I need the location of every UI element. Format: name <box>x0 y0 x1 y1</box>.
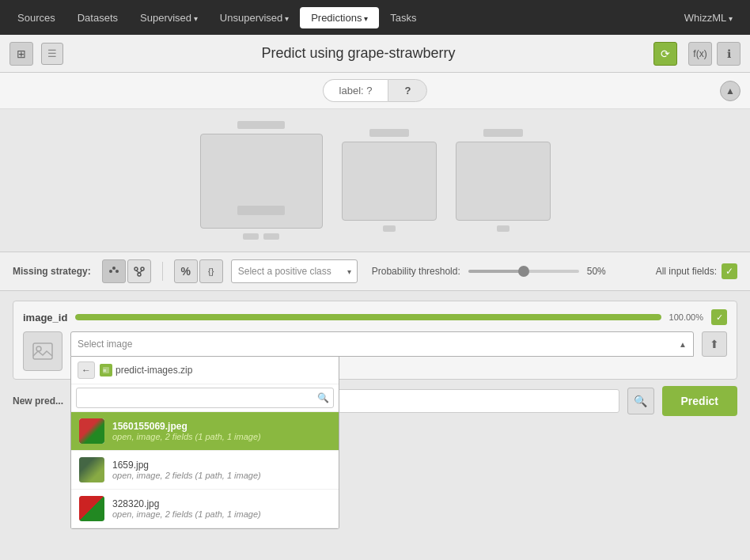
predict-button[interactable]: Predict <box>662 386 737 416</box>
label-value: ? <box>388 79 427 102</box>
probability-slider[interactable] <box>468 270 579 273</box>
item-thumb-0 <box>79 418 104 444</box>
visualization-area <box>0 109 750 252</box>
svg-line-7 <box>136 271 139 273</box>
field-row-image-id: image_id 100.00% ✓ Sel <box>13 301 737 380</box>
zip-icon: ≡ <box>100 364 112 376</box>
strawberry-thumbnail <box>79 418 104 444</box>
dropdown-item-0[interactable]: 1560155069.jpeg open, image, 2 fields (1… <box>71 412 339 451</box>
all-input-checkbox[interactable]: ✓ <box>722 263 737 279</box>
item-info-0: 1560155069.jpeg open, image, 2 fields (1… <box>112 421 331 441</box>
content-area: image_id 100.00% ✓ Sel <box>0 291 750 560</box>
positive-class-wrapper: Select a positive class <box>231 259 358 283</box>
main-area: ⊞ ☰ Predict using grape-strawberry ⟳ f(x… <box>0 35 750 560</box>
item-name-2: 328320.jpg <box>112 498 331 509</box>
formula-icon[interactable]: f(x) <box>688 42 712 66</box>
nav-supervised[interactable]: Supervised <box>129 4 209 32</box>
viz-card-3 <box>456 142 551 221</box>
svg-point-5 <box>141 267 144 271</box>
field-checkbox[interactable]: ✓ <box>711 309 727 325</box>
dropdown-item-2[interactable]: 328320.jpg open, image, 2 fields (1 path… <box>71 490 339 528</box>
svg-point-1 <box>112 267 116 270</box>
threshold-btn-1[interactable]: % <box>174 259 198 283</box>
document-icon: ☰ <box>41 43 63 65</box>
viz-card-2 <box>342 142 437 221</box>
image-dropdown-container: Select image ▲ ← ≡ <box>70 331 694 357</box>
item-thumbnail-2 <box>79 496 104 521</box>
item-info-1: 1659.jpg open, image, 2 fields (1 path, … <box>112 460 331 480</box>
item-thumbnail-1 <box>79 457 104 482</box>
back-button[interactable]: ← <box>78 361 95 379</box>
search-wrapper: 🔍 <box>76 388 334 408</box>
image-select-header[interactable]: Select image ▲ <box>70 331 694 357</box>
svg-point-6 <box>138 273 141 276</box>
item-desc-2: open, image, 2 fields (1 path, 1 image) <box>112 509 331 519</box>
item-thumb-1 <box>79 457 104 482</box>
item-desc-1: open, image, 2 fields (1 path, 1 image) <box>112 471 331 480</box>
menu-icon[interactable]: ⊞ <box>9 42 33 66</box>
collapse-button[interactable]: ▲ <box>720 81 741 101</box>
image-input-row: Select image ▲ ← ≡ <box>23 331 727 371</box>
svg-rect-9 <box>33 343 52 359</box>
image-placeholder <box>23 331 62 371</box>
item-thumb-2 <box>79 496 104 521</box>
viz-card-1 <box>200 134 323 229</box>
svg-point-10 <box>36 346 41 351</box>
missing-strategy-group <box>102 259 151 283</box>
nav-unsupervised[interactable]: Unsupervised <box>209 4 300 32</box>
svg-point-2 <box>116 270 119 273</box>
item-info-2: 328320.jpg open, image, 2 fields (1 path… <box>112 498 331 519</box>
grid-icon: ⊞ <box>17 47 26 60</box>
refresh-icon[interactable]: ⟳ <box>653 42 677 66</box>
nav-datasets[interactable]: Datasets <box>66 4 129 32</box>
threshold-btn-2[interactable]: {} <box>199 259 223 283</box>
label-text: label: ? <box>323 79 388 102</box>
progress-bar-container <box>75 314 661 320</box>
search-icon: 🔍 <box>317 392 329 403</box>
item-name-1: 1659.jpg <box>112 460 331 471</box>
field-name: image_id <box>23 312 67 324</box>
dropdown-search-input[interactable] <box>76 388 334 408</box>
progress-value: 100.00% <box>669 312 703 322</box>
separator-1 <box>162 262 163 281</box>
breadcrumb-label: predict-images.zip <box>116 365 192 376</box>
title-bar: ⊞ ☰ Predict using grape-strawberry ⟳ f(x… <box>0 35 750 73</box>
dropdown-item-1[interactable]: 1659.jpg open, image, 2 fields (1 path, … <box>71 451 339 490</box>
nav-tasks[interactable]: Tasks <box>379 4 427 32</box>
dropdown-arrow-icon: ▲ <box>679 340 687 349</box>
nav-sources[interactable]: Sources <box>6 4 66 32</box>
progress-bar-fill <box>75 314 661 320</box>
item-desc-0: open, image, 2 fields (1 path, 1 image) <box>112 432 331 441</box>
probability-threshold-label: Probability threshold: <box>372 266 460 277</box>
top-navigation: Sources Datasets Supervised Unsupervised… <box>0 0 750 35</box>
upload-icon[interactable]: ⬆ <box>702 331 727 357</box>
missing-strategy-btn-2[interactable] <box>127 259 151 283</box>
image-select-text: Select image <box>78 339 132 350</box>
threshold-group: % {} <box>174 259 223 283</box>
svg-text:≡: ≡ <box>103 368 106 373</box>
search-result-button[interactable]: 🔍 <box>627 388 654 414</box>
all-input-label: All input fields: <box>656 266 717 277</box>
all-input-fields: All input fields: ✓ <box>656 263 737 279</box>
missing-strategy-label: Missing strategy: <box>13 266 91 277</box>
info-icon[interactable]: ℹ <box>717 42 741 66</box>
dropdown-breadcrumb: ← ≡ predict-images.zip <box>71 357 339 384</box>
field-header: image_id 100.00% ✓ <box>23 309 727 325</box>
item-name-0: 1560155069.jpeg <box>112 421 331 432</box>
options-bar: Missing strategy: % {} <box>0 252 750 291</box>
label-bar: label: ? ? ▲ <box>0 73 750 109</box>
nav-user[interactable]: WhizzML <box>673 4 744 32</box>
svg-point-4 <box>134 267 138 271</box>
nav-predictions[interactable]: Predictions <box>300 7 379 28</box>
svg-line-8 <box>139 271 142 273</box>
page-title: Predict using grape-strawberry <box>71 45 646 62</box>
dropdown-body: ← ≡ predict-images.zip <box>70 357 339 529</box>
breadcrumb-item: ≡ predict-images.zip <box>100 364 192 376</box>
positive-class-select[interactable]: Select a positive class <box>231 259 358 283</box>
svg-point-0 <box>109 270 112 273</box>
probability-value: 50% <box>587 266 606 277</box>
title-actions: ⟳ f(x) ℹ <box>653 42 741 66</box>
search-row: 🔍 <box>71 384 339 412</box>
missing-strategy-btn-1[interactable] <box>102 259 126 283</box>
new-prediction-label: New pred... <box>13 395 63 407</box>
